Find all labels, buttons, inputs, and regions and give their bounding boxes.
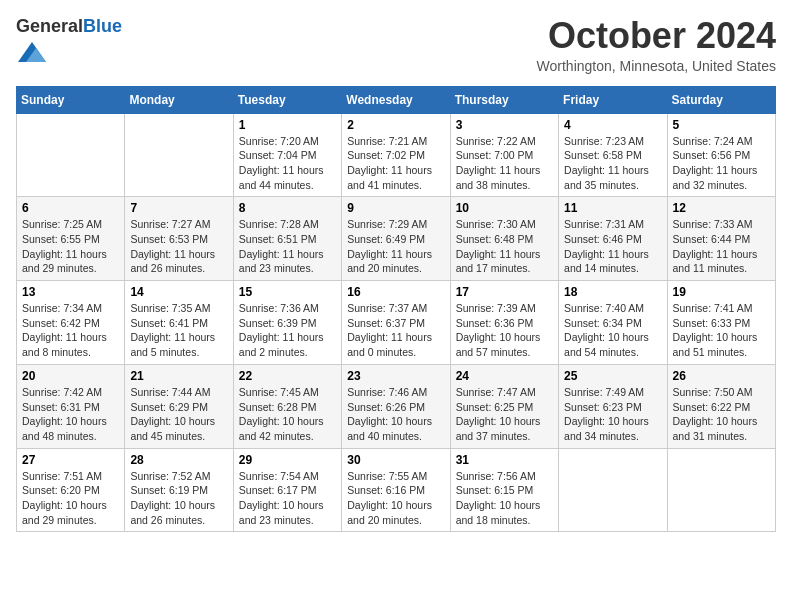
- day-number: 25: [564, 369, 661, 383]
- day-number: 20: [22, 369, 119, 383]
- day-info: Sunrise: 7:45 AM Sunset: 6:28 PM Dayligh…: [239, 385, 336, 444]
- day-info: Sunrise: 7:49 AM Sunset: 6:23 PM Dayligh…: [564, 385, 661, 444]
- calendar-cell: 22Sunrise: 7:45 AM Sunset: 6:28 PM Dayli…: [233, 364, 341, 448]
- calendar-cell: 29Sunrise: 7:54 AM Sunset: 6:17 PM Dayli…: [233, 448, 341, 532]
- day-info: Sunrise: 7:34 AM Sunset: 6:42 PM Dayligh…: [22, 301, 119, 360]
- calendar-cell: 15Sunrise: 7:36 AM Sunset: 6:39 PM Dayli…: [233, 281, 341, 365]
- day-number: 13: [22, 285, 119, 299]
- calendar-cell: 23Sunrise: 7:46 AM Sunset: 6:26 PM Dayli…: [342, 364, 450, 448]
- day-info: Sunrise: 7:30 AM Sunset: 6:48 PM Dayligh…: [456, 217, 553, 276]
- weekday-header-sunday: Sunday: [17, 86, 125, 113]
- weekday-header-thursday: Thursday: [450, 86, 558, 113]
- calendar-cell: 28Sunrise: 7:52 AM Sunset: 6:19 PM Dayli…: [125, 448, 233, 532]
- day-number: 16: [347, 285, 444, 299]
- calendar-cell: 1Sunrise: 7:20 AM Sunset: 7:04 PM Daylig…: [233, 113, 341, 197]
- day-info: Sunrise: 7:35 AM Sunset: 6:41 PM Dayligh…: [130, 301, 227, 360]
- day-number: 31: [456, 453, 553, 467]
- calendar-cell: 24Sunrise: 7:47 AM Sunset: 6:25 PM Dayli…: [450, 364, 558, 448]
- day-info: Sunrise: 7:50 AM Sunset: 6:22 PM Dayligh…: [673, 385, 770, 444]
- calendar-cell: 4Sunrise: 7:23 AM Sunset: 6:58 PM Daylig…: [559, 113, 667, 197]
- day-number: 17: [456, 285, 553, 299]
- page-header: GeneralBlue October 2024 Worthington, Mi…: [16, 16, 776, 74]
- calendar-cell: 3Sunrise: 7:22 AM Sunset: 7:00 PM Daylig…: [450, 113, 558, 197]
- calendar-cell: 5Sunrise: 7:24 AM Sunset: 6:56 PM Daylig…: [667, 113, 775, 197]
- day-number: 24: [456, 369, 553, 383]
- day-info: Sunrise: 7:36 AM Sunset: 6:39 PM Dayligh…: [239, 301, 336, 360]
- logo-blue: Blue: [83, 16, 122, 36]
- title-block: October 2024 Worthington, Minnesota, Uni…: [537, 16, 776, 74]
- calendar-cell: 20Sunrise: 7:42 AM Sunset: 6:31 PM Dayli…: [17, 364, 125, 448]
- calendar-cell: 18Sunrise: 7:40 AM Sunset: 6:34 PM Dayli…: [559, 281, 667, 365]
- day-info: Sunrise: 7:55 AM Sunset: 6:16 PM Dayligh…: [347, 469, 444, 528]
- day-info: Sunrise: 7:52 AM Sunset: 6:19 PM Dayligh…: [130, 469, 227, 528]
- day-info: Sunrise: 7:44 AM Sunset: 6:29 PM Dayligh…: [130, 385, 227, 444]
- day-number: 6: [22, 201, 119, 215]
- calendar-cell: 16Sunrise: 7:37 AM Sunset: 6:37 PM Dayli…: [342, 281, 450, 365]
- day-info: Sunrise: 7:46 AM Sunset: 6:26 PM Dayligh…: [347, 385, 444, 444]
- day-info: Sunrise: 7:56 AM Sunset: 6:15 PM Dayligh…: [456, 469, 553, 528]
- weekday-header-friday: Friday: [559, 86, 667, 113]
- day-number: 19: [673, 285, 770, 299]
- day-number: 9: [347, 201, 444, 215]
- logo: GeneralBlue: [16, 16, 122, 70]
- calendar-cell: 17Sunrise: 7:39 AM Sunset: 6:36 PM Dayli…: [450, 281, 558, 365]
- day-number: 15: [239, 285, 336, 299]
- day-number: 8: [239, 201, 336, 215]
- day-info: Sunrise: 7:20 AM Sunset: 7:04 PM Dayligh…: [239, 134, 336, 193]
- calendar-cell: 10Sunrise: 7:30 AM Sunset: 6:48 PM Dayli…: [450, 197, 558, 281]
- calendar-week-row: 13Sunrise: 7:34 AM Sunset: 6:42 PM Dayli…: [17, 281, 776, 365]
- day-number: 1: [239, 118, 336, 132]
- calendar-cell: 31Sunrise: 7:56 AM Sunset: 6:15 PM Dayli…: [450, 448, 558, 532]
- day-info: Sunrise: 7:24 AM Sunset: 6:56 PM Dayligh…: [673, 134, 770, 193]
- day-number: 27: [22, 453, 119, 467]
- calendar-cell: 26Sunrise: 7:50 AM Sunset: 6:22 PM Dayli…: [667, 364, 775, 448]
- calendar-cell: 7Sunrise: 7:27 AM Sunset: 6:53 PM Daylig…: [125, 197, 233, 281]
- day-info: Sunrise: 7:41 AM Sunset: 6:33 PM Dayligh…: [673, 301, 770, 360]
- weekday-header-wednesday: Wednesday: [342, 86, 450, 113]
- calendar-week-row: 20Sunrise: 7:42 AM Sunset: 6:31 PM Dayli…: [17, 364, 776, 448]
- calendar-cell: 30Sunrise: 7:55 AM Sunset: 6:16 PM Dayli…: [342, 448, 450, 532]
- day-number: 4: [564, 118, 661, 132]
- logo-general: General: [16, 16, 83, 36]
- calendar-cell: 8Sunrise: 7:28 AM Sunset: 6:51 PM Daylig…: [233, 197, 341, 281]
- logo-icon: [18, 38, 46, 66]
- calendar-cell: [125, 113, 233, 197]
- day-number: 26: [673, 369, 770, 383]
- calendar-cell: 19Sunrise: 7:41 AM Sunset: 6:33 PM Dayli…: [667, 281, 775, 365]
- calendar-week-row: 6Sunrise: 7:25 AM Sunset: 6:55 PM Daylig…: [17, 197, 776, 281]
- calendar-table: SundayMondayTuesdayWednesdayThursdayFrid…: [16, 86, 776, 533]
- day-number: 22: [239, 369, 336, 383]
- month-title: October 2024: [537, 16, 776, 56]
- day-info: Sunrise: 7:54 AM Sunset: 6:17 PM Dayligh…: [239, 469, 336, 528]
- day-info: Sunrise: 7:39 AM Sunset: 6:36 PM Dayligh…: [456, 301, 553, 360]
- calendar-cell: 21Sunrise: 7:44 AM Sunset: 6:29 PM Dayli…: [125, 364, 233, 448]
- calendar-cell: 14Sunrise: 7:35 AM Sunset: 6:41 PM Dayli…: [125, 281, 233, 365]
- day-info: Sunrise: 7:51 AM Sunset: 6:20 PM Dayligh…: [22, 469, 119, 528]
- calendar-cell: [17, 113, 125, 197]
- day-number: 12: [673, 201, 770, 215]
- day-number: 18: [564, 285, 661, 299]
- weekday-header-saturday: Saturday: [667, 86, 775, 113]
- day-info: Sunrise: 7:40 AM Sunset: 6:34 PM Dayligh…: [564, 301, 661, 360]
- calendar-cell: 27Sunrise: 7:51 AM Sunset: 6:20 PM Dayli…: [17, 448, 125, 532]
- calendar-cell: 2Sunrise: 7:21 AM Sunset: 7:02 PM Daylig…: [342, 113, 450, 197]
- day-number: 14: [130, 285, 227, 299]
- calendar-week-row: 1Sunrise: 7:20 AM Sunset: 7:04 PM Daylig…: [17, 113, 776, 197]
- calendar-week-row: 27Sunrise: 7:51 AM Sunset: 6:20 PM Dayli…: [17, 448, 776, 532]
- day-info: Sunrise: 7:29 AM Sunset: 6:49 PM Dayligh…: [347, 217, 444, 276]
- weekday-header-tuesday: Tuesday: [233, 86, 341, 113]
- day-number: 7: [130, 201, 227, 215]
- calendar-cell: 9Sunrise: 7:29 AM Sunset: 6:49 PM Daylig…: [342, 197, 450, 281]
- calendar-cell: 6Sunrise: 7:25 AM Sunset: 6:55 PM Daylig…: [17, 197, 125, 281]
- day-info: Sunrise: 7:37 AM Sunset: 6:37 PM Dayligh…: [347, 301, 444, 360]
- day-info: Sunrise: 7:28 AM Sunset: 6:51 PM Dayligh…: [239, 217, 336, 276]
- day-number: 10: [456, 201, 553, 215]
- day-number: 21: [130, 369, 227, 383]
- weekday-header-monday: Monday: [125, 86, 233, 113]
- day-number: 11: [564, 201, 661, 215]
- day-info: Sunrise: 7:23 AM Sunset: 6:58 PM Dayligh…: [564, 134, 661, 193]
- day-info: Sunrise: 7:47 AM Sunset: 6:25 PM Dayligh…: [456, 385, 553, 444]
- day-number: 29: [239, 453, 336, 467]
- calendar-cell: 11Sunrise: 7:31 AM Sunset: 6:46 PM Dayli…: [559, 197, 667, 281]
- day-number: 28: [130, 453, 227, 467]
